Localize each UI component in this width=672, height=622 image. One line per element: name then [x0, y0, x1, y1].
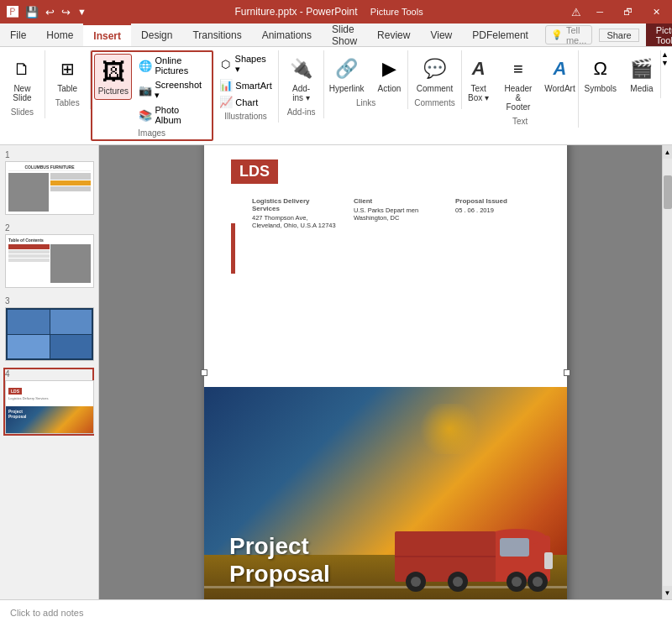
tell-me-box[interactable]: 💡 Tell me...: [545, 25, 592, 44]
table-button[interactable]: ⊞ Table: [49, 52, 86, 97]
handle-middle-right[interactable]: [564, 369, 570, 376]
service-col: Logistics Delivery Services 427 Thompson…: [252, 197, 337, 229]
tab-insert[interactable]: Insert: [83, 24, 131, 46]
app-body: 1 COLUMBUS FURNITURE 2: [0, 145, 672, 599]
online-pictures-label: Online Pictures: [155, 55, 206, 76]
wordart-button[interactable]: A WordArt: [540, 52, 580, 115]
ribbon-scroll-down[interactable]: ▼: [661, 59, 669, 67]
scroll-down-btn[interactable]: ▼: [663, 586, 673, 599]
scroll-thumb[interactable]: [664, 175, 672, 209]
tab-transitions[interactable]: Transitions: [182, 24, 251, 46]
save-icon[interactable]: 💾: [25, 6, 39, 18]
wheel-3-inner: [512, 577, 522, 587]
smartart-icon: 📊: [219, 79, 233, 91]
ribbon-scroll-up[interactable]: ▲: [661, 50, 669, 59]
tab-animations[interactable]: Animations: [252, 24, 322, 46]
tab-home[interactable]: Home: [36, 24, 83, 46]
images-sub-buttons: 🌐 Online Pictures 📷 Screenshot ▾ 📚 Photo…: [135, 54, 209, 127]
new-slide-icon: 🗋: [8, 55, 35, 82]
red-accent-bar: [231, 223, 235, 274]
photo-album-button[interactable]: 📚 Photo Album: [135, 103, 209, 127]
slide-bottom-image[interactable]: ProjectProposal: [204, 387, 567, 599]
smartart-button[interactable]: 📊 SmartArt: [216, 77, 275, 93]
handle-middle-left[interactable]: [201, 369, 207, 376]
screenshot-button[interactable]: 📷 Screenshot ▾: [135, 78, 209, 102]
title-bar-left: 🅿 💾 ↩ ↪ ▼: [7, 5, 87, 18]
tab-slideshow[interactable]: Slide Show: [322, 24, 367, 46]
slide-img-4: LDS Logistics Delivery Services ProjectP…: [5, 380, 94, 434]
restore-btn[interactable]: 🗗: [618, 5, 638, 18]
symbols-buttons: Ω Symbols 🎬 Media: [580, 52, 660, 97]
slides-buttons: 🗋 NewSlide: [3, 52, 40, 106]
group-links: 🔗 Hyperlink ▶ Action Links: [324, 50, 408, 109]
slide-num-2: 2: [5, 223, 92, 233]
group-slides-label: Slides: [11, 107, 34, 117]
slide-thumb-2[interactable]: 2 Table of Contents: [3, 222, 94, 290]
slide-thumb-3[interactable]: 3: [3, 295, 94, 363]
symbols-icon: Ω: [587, 55, 614, 82]
action-button[interactable]: ▶ Action: [371, 52, 408, 97]
comment-button[interactable]: 💬 Comment: [412, 52, 458, 97]
slide-thumb-1[interactable]: 1 COLUMBUS FURNITURE: [3, 149, 94, 217]
tab-review[interactable]: Review: [367, 24, 420, 46]
wordart-icon: A: [546, 55, 573, 82]
shapes-button[interactable]: ⬡ Shapes ▾: [216, 52, 275, 76]
tab-design[interactable]: Design: [131, 24, 182, 46]
scroll-up-btn[interactable]: ▲: [663, 145, 673, 159]
ribbon-tabs: File Home Insert Design Transitions Anim…: [0, 24, 672, 47]
new-slide-button[interactable]: 🗋 NewSlide: [3, 52, 40, 106]
slide-num-3: 3: [5, 296, 92, 306]
wheel-4-inner: [533, 577, 543, 587]
window-controls: ⚠ ─ 🗗 ✕: [571, 5, 665, 19]
close-btn[interactable]: ✕: [648, 5, 665, 19]
proposal-issued-label: Proposal Issued: [455, 197, 540, 205]
media-button[interactable]: 🎬 Media: [623, 52, 660, 97]
group-images-label: Images: [138, 128, 165, 138]
client-label: Client: [354, 197, 438, 205]
notes-placeholder: Click to add notes: [10, 608, 83, 618]
slide-img-1: COLUMBUS FURNITURE: [5, 161, 94, 215]
media-label: Media: [630, 84, 653, 93]
group-comments: 💬 Comment Comments: [408, 50, 461, 109]
pictures-button[interactable]: 🖼 Pictures: [94, 54, 132, 100]
pictures-icon: 🖼: [100, 58, 127, 85]
share-area: Share: [599, 24, 638, 46]
illustrations-col: ⬡ Shapes ▾ 📊 SmartArt 📈 Chart: [216, 52, 275, 110]
undo-icon[interactable]: ↩: [45, 6, 55, 18]
scroll-track[interactable]: [663, 159, 673, 586]
links-buttons: 🔗 Hyperlink ▶ Action: [324, 52, 408, 97]
group-links-label: Links: [356, 98, 375, 107]
group-text: A TextBox ▾ ≡ Header& Footer A WordArt T…: [462, 50, 580, 128]
header-footer-button[interactable]: ≡ Header& Footer: [498, 52, 538, 115]
group-slides: 🗋 NewSlide Slides: [0, 50, 45, 118]
chart-button[interactable]: 📈 Chart: [216, 94, 275, 110]
canvas-area[interactable]: ↻ LDS Logistics Delivery Services 427 Th…: [99, 145, 672, 599]
lds-logo: LDS: [231, 159, 278, 184]
slide-thumb-4[interactable]: 4 LDS Logistics Delivery Services Projec…: [3, 368, 94, 436]
slide-panel[interactable]: 1 COLUMBUS FURNITURE 2: [0, 145, 99, 599]
slide-canvas[interactable]: ↻ LDS Logistics Delivery Services 427 Th…: [204, 145, 567, 599]
notes-area[interactable]: Click to add notes: [0, 599, 672, 622]
tab-pdfelement[interactable]: PDFelement: [462, 24, 538, 46]
text-buttons: A TextBox ▾ ≡ Header& Footer A WordArt: [460, 52, 579, 115]
redo-icon[interactable]: ↪: [61, 6, 71, 18]
online-pictures-button[interactable]: 🌐 Online Pictures: [135, 54, 209, 77]
share-btn[interactable]: Share: [599, 29, 638, 42]
addins-button[interactable]: 🔌 Add-ins ▾: [283, 52, 320, 106]
ribbon-scroll: ▲ ▼: [661, 50, 672, 67]
customize-icon[interactable]: ▼: [77, 7, 87, 17]
tab-file[interactable]: File: [0, 24, 36, 46]
hyperlink-button[interactable]: 🔗 Hyperlink: [324, 52, 370, 97]
hyperlink-icon: 🔗: [333, 55, 360, 82]
action-icon: ▶: [376, 55, 403, 82]
textbox-button[interactable]: A TextBox ▾: [460, 52, 496, 115]
tab-view[interactable]: View: [420, 24, 462, 46]
symbols-button[interactable]: Ω Symbols: [580, 52, 622, 97]
minimize-btn[interactable]: ─: [591, 5, 608, 18]
vertical-scrollbar[interactable]: ▲ ▼: [662, 145, 672, 599]
images-content: 🖼 Pictures 🌐 Online Pictures 📷 Screensho…: [94, 54, 209, 127]
table-icon: ⊞: [54, 55, 81, 82]
shapes-icon: ⬡: [219, 58, 232, 71]
group-images: 🖼 Pictures 🌐 Online Pictures 📷 Screensho…: [91, 50, 213, 141]
group-addins: 🔌 Add-ins ▾ Add-ins: [279, 50, 324, 118]
